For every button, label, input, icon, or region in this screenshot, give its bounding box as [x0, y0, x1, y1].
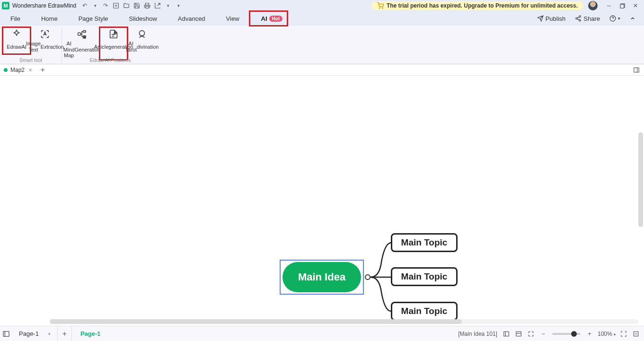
minimize-button[interactable]: ─: [602, 1, 616, 10]
ribbon-group-label-2: Edraw AI Features: [90, 57, 131, 63]
topic-node-3[interactable]: Main Topic: [391, 302, 458, 321]
h-scroll-thumb[interactable]: [50, 319, 462, 324]
article-generation-button[interactable]: AI Articlegeneration: [100, 27, 127, 60]
article-gen-icon: AI: [108, 28, 119, 40]
horizontal-scrollbar[interactable]: [50, 319, 638, 324]
cart-icon: [377, 2, 384, 9]
svg-rect-16: [634, 68, 639, 72]
redo-icon[interactable]: ↷: [101, 1, 110, 10]
share-label: Share: [583, 15, 600, 22]
quick-access-toolbar: ↶ ▾ ↷ ▾ ▾: [80, 1, 183, 10]
page-tab[interactable]: Page-1: [72, 326, 109, 341]
zoom-level[interactable]: 100% ▾: [597, 331, 617, 337]
export-drop-icon[interactable]: ▾: [163, 1, 173, 10]
zoom-slider[interactable]: [552, 333, 581, 335]
export-icon[interactable]: [153, 1, 162, 10]
statusbar-left: Page-1 ▾ + Page-1: [0, 326, 109, 341]
page-selector-label: Page-1: [19, 330, 39, 337]
v-scroll-thumb[interactable]: [638, 132, 643, 227]
document-tab[interactable]: Map2 ×: [0, 64, 37, 75]
collapse-ribbon-button[interactable]: [626, 16, 639, 21]
zoom-in-button[interactable]: +: [584, 329, 595, 339]
topic-1-label: Main Topic: [401, 237, 448, 248]
ribbon-group-smart-tool: EdrawAI Image TextExtraction Smart tool: [0, 27, 62, 64]
user-avatar[interactable]: [588, 1, 598, 10]
close-tab-icon[interactable]: ×: [27, 66, 33, 74]
trial-banner[interactable]: The trial period has expired. Upgrade to…: [371, 1, 583, 10]
zoom-knob[interactable]: [571, 331, 577, 337]
status-bar: Page-1 ▾ + Page-1 [Main Idea 101] − + 10…: [0, 326, 644, 341]
undo-drop-icon[interactable]: ▾: [90, 1, 100, 10]
svg-rect-22: [516, 332, 521, 336]
share-button[interactable]: Share: [571, 15, 604, 22]
topic-node-1[interactable]: Main Topic: [391, 233, 458, 252]
svg-rect-5: [620, 4, 624, 8]
document-tab-strip: Map2 × +: [0, 64, 644, 76]
image-text-extraction-button[interactable]: Image TextExtraction: [31, 27, 59, 54]
svg-point-3: [382, 8, 383, 9]
side-panel-toggle[interactable]: [631, 64, 642, 76]
trial-text: The trial period has expired. Upgrade to…: [387, 2, 578, 9]
canvas[interactable]: Main Idea Main Topic Main Topic Main Top…: [0, 76, 644, 326]
page-selector[interactable]: Page-1 ▾: [12, 326, 58, 341]
share-icon: [575, 15, 582, 22]
menu-file[interactable]: File: [0, 11, 31, 26]
publish-button[interactable]: Publish: [533, 15, 570, 22]
app-logo-icon: M: [2, 2, 9, 9]
ai-mindmap-icon: AI: [76, 28, 88, 40]
vertical-scrollbar[interactable]: [638, 132, 643, 227]
doc-tab-dot-icon: [4, 68, 8, 72]
menu-home[interactable]: Home: [31, 11, 68, 26]
zoom-out-button[interactable]: −: [538, 329, 548, 339]
undo-icon[interactable]: ↶: [80, 1, 89, 10]
add-page-button[interactable]: +: [58, 326, 72, 341]
svg-rect-1: [146, 6, 149, 8]
menubar-right: Publish Share ▾: [533, 15, 644, 22]
add-tab-button[interactable]: +: [37, 64, 48, 76]
help-button[interactable]: ▾: [606, 15, 624, 22]
svg-point-6: [579, 16, 581, 17]
new-icon[interactable]: [111, 1, 121, 10]
fullscreen-icon[interactable]: [618, 329, 629, 339]
menu-ai[interactable]: AI Hot: [250, 11, 288, 26]
help-icon: [609, 15, 616, 22]
menu-bar: File Home Page Style Slideshow Advanced …: [0, 11, 644, 26]
publish-icon: [537, 15, 544, 22]
ribbon-group-ai-features: AI AI Mind MapGeneration AI Articlegener…: [62, 27, 159, 64]
chevron-down-icon: ▾: [618, 16, 620, 21]
tarot-icon: [136, 28, 148, 40]
title-bar: M Wondershare EdrawMind ↶ ▾ ↷ ▾ ▾ The tr…: [0, 0, 644, 11]
menu-slideshow[interactable]: Slideshow: [119, 11, 168, 26]
view-mode-2-icon[interactable]: [513, 329, 524, 339]
expand-collapse-handle[interactable]: [365, 274, 371, 280]
menu-advanced[interactable]: Advanced: [168, 11, 216, 26]
close-button[interactable]: ✕: [629, 1, 642, 10]
svg-rect-20: [3, 331, 9, 336]
qat-more-icon[interactable]: ▾: [174, 1, 183, 10]
central-topic-label: Main Idea: [282, 262, 361, 292]
menu-page-style[interactable]: Page Style: [68, 11, 119, 26]
svg-rect-11: [83, 31, 86, 33]
svg-point-15: [140, 31, 145, 36]
doc-tab-label: Map2: [10, 67, 25, 73]
view-mode-1-icon[interactable]: [501, 329, 512, 339]
ai-tarot-button[interactable]: AI Tarotdivination: [128, 27, 156, 60]
svg-point-2: [379, 8, 380, 9]
fit-page-icon[interactable]: [526, 329, 536, 339]
save-icon[interactable]: [132, 1, 141, 10]
image-text-icon: [39, 28, 51, 40]
topic-node-2[interactable]: Main Topic: [391, 267, 458, 286]
maximize-button[interactable]: [616, 1, 629, 10]
menu-view[interactable]: View: [216, 11, 250, 26]
topic-3-label: Main Topic: [401, 306, 448, 316]
minimize-panel-icon[interactable]: [631, 329, 641, 339]
menu-ai-label: AI: [261, 15, 267, 22]
print-icon[interactable]: [142, 1, 152, 10]
open-icon[interactable]: [122, 1, 131, 10]
svg-text:AI: AI: [114, 32, 116, 34]
central-topic[interactable]: Main Idea: [280, 260, 364, 295]
outline-toggle-icon[interactable]: [0, 328, 12, 340]
statusbar-right: [Main Idea 101] − + 100% ▾: [458, 329, 644, 339]
image-text-label: Image TextExtraction: [26, 41, 64, 53]
svg-rect-21: [504, 332, 509, 336]
